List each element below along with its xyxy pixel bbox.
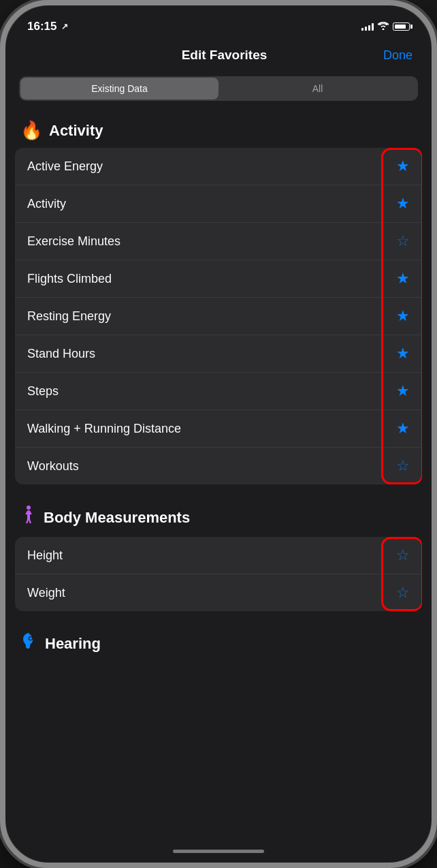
item-label: Active Energy bbox=[27, 159, 103, 174]
star-empty-icon[interactable]: ☆ bbox=[396, 232, 410, 250]
item-label: Steps bbox=[27, 384, 59, 399]
segment-all[interactable]: All bbox=[218, 78, 417, 99]
item-label: Activity bbox=[27, 197, 66, 211]
phone-screen: 16:15 ↗ bbox=[5, 5, 432, 863]
item-label: Workouts bbox=[27, 459, 79, 474]
item-label: Weight bbox=[27, 586, 65, 600]
list-item[interactable]: Resting Energy ★ bbox=[15, 298, 422, 335]
list-item[interactable]: Workouts ☆ bbox=[15, 448, 422, 484]
item-label: Flights Climbed bbox=[27, 272, 112, 286]
home-indicator bbox=[5, 839, 432, 863]
star-filled-icon[interactable]: ★ bbox=[396, 307, 410, 325]
scroll-content[interactable]: 🔥 Activity Active Energy ★ Activity ★ Ex… bbox=[5, 110, 432, 839]
done-button[interactable]: Done bbox=[383, 48, 412, 63]
signal-bars-icon bbox=[361, 22, 374, 31]
star-filled-icon[interactable]: ★ bbox=[396, 420, 410, 437]
star-empty-icon[interactable]: ☆ bbox=[396, 457, 410, 475]
item-label: Resting Energy bbox=[27, 309, 111, 324]
list-item[interactable]: Walking + Running Distance ★ bbox=[15, 410, 422, 448]
item-label: Stand Hours bbox=[27, 347, 95, 361]
body-icon bbox=[20, 505, 37, 530]
star-filled-icon[interactable]: ★ bbox=[396, 382, 410, 400]
segment-control: Existing Data All bbox=[19, 76, 418, 101]
item-label: Height bbox=[27, 548, 63, 563]
phone-frame: 16:15 ↗ bbox=[0, 0, 437, 868]
star-empty-icon[interactable]: ☆ bbox=[396, 584, 410, 602]
svg-point-0 bbox=[27, 506, 31, 510]
home-bar bbox=[173, 850, 264, 853]
hearing-section-header: Hearing bbox=[5, 622, 432, 662]
segment-container: Existing Data All bbox=[5, 71, 432, 110]
list-item[interactable]: Exercise Minutes ☆ bbox=[15, 223, 422, 260]
activity-title: Activity bbox=[49, 122, 103, 140]
wifi-icon bbox=[378, 21, 389, 32]
list-item[interactable]: Steps ★ bbox=[15, 373, 422, 410]
segment-existing-data[interactable]: Existing Data bbox=[20, 78, 218, 99]
activity-section-header: 🔥 Activity bbox=[5, 110, 432, 148]
body-section-header: Body Measurements bbox=[5, 495, 432, 537]
activity-icon: 🔥 bbox=[20, 120, 42, 141]
nav-bar: Edit Favorites Done bbox=[5, 42, 432, 71]
list-item[interactable]: Stand Hours ★ bbox=[15, 335, 422, 373]
item-label: Exercise Minutes bbox=[27, 234, 120, 249]
list-item[interactable]: Height ☆ bbox=[15, 537, 422, 574]
star-filled-icon[interactable]: ★ bbox=[396, 157, 410, 175]
list-item[interactable]: Activity ★ bbox=[15, 185, 422, 223]
notch bbox=[171, 5, 266, 25]
body-title: Body Measurements bbox=[44, 509, 190, 527]
star-filled-icon[interactable]: ★ bbox=[396, 195, 410, 213]
battery-icon bbox=[393, 22, 410, 31]
list-item[interactable]: Weight ☆ bbox=[15, 574, 422, 611]
hearing-icon bbox=[20, 632, 38, 655]
star-empty-icon[interactable]: ☆ bbox=[396, 546, 410, 564]
body-list-group: Height ☆ Weight ☆ bbox=[15, 537, 422, 611]
star-filled-icon[interactable]: ★ bbox=[396, 270, 410, 288]
status-icons bbox=[361, 21, 410, 32]
nav-title: Edit Favorites bbox=[182, 48, 268, 63]
item-label: Walking + Running Distance bbox=[27, 422, 181, 436]
list-item[interactable]: Active Energy ★ bbox=[15, 148, 422, 185]
svg-point-1 bbox=[29, 637, 32, 640]
activity-list-group: Active Energy ★ Activity ★ Exercise Minu… bbox=[15, 148, 422, 484]
location-arrow-icon: ↗ bbox=[61, 22, 68, 31]
star-filled-icon[interactable]: ★ bbox=[396, 345, 410, 362]
list-item[interactable]: Flights Climbed ★ bbox=[15, 260, 422, 298]
hearing-title: Hearing bbox=[45, 635, 101, 653]
status-time: 16:15 ↗ bbox=[27, 20, 68, 33]
